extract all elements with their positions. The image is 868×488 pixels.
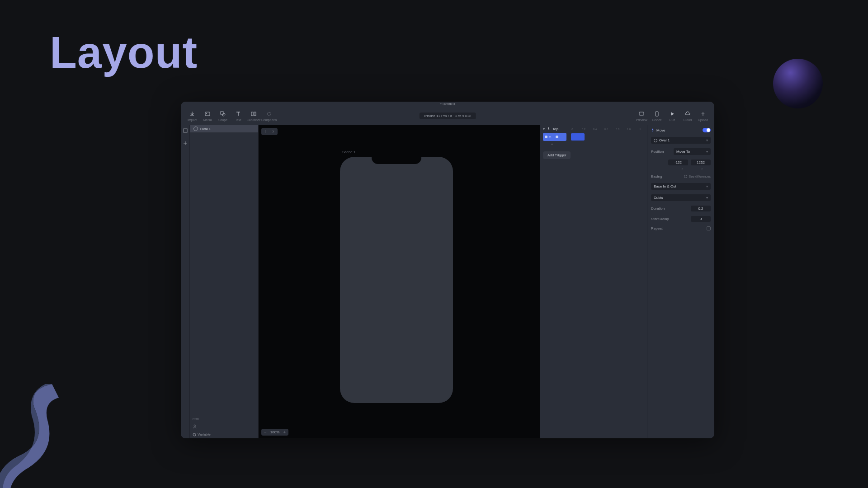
toolbar-devices-button[interactable]: Device	[649, 110, 665, 122]
delay-input[interactable]: 0	[691, 216, 711, 222]
repeat-checkbox[interactable]	[707, 226, 711, 230]
duration-label: Duration	[651, 206, 671, 211]
position-mode-select[interactable]: Move To ▾	[674, 148, 711, 155]
chevron-down-icon: ▾	[706, 138, 708, 142]
toolbar-upload-button[interactable]: Upload	[695, 110, 711, 122]
device-selector[interactable]: iPhone 11 Pro / X · 375 x 812	[420, 113, 476, 119]
layers-panel: Oval 1 0:30 Variable	[190, 125, 259, 438]
media-icon	[204, 110, 211, 117]
zoom-value[interactable]: 100%	[270, 430, 279, 434]
upload-icon	[699, 110, 707, 117]
toolbar-import-button[interactable]: Import	[184, 110, 200, 122]
svg-rect-7	[639, 112, 644, 115]
window-title: * Untitled	[181, 102, 714, 107]
oval-icon	[193, 127, 198, 131]
shape-icon	[219, 110, 226, 117]
rail-layers-button[interactable]	[183, 128, 188, 133]
timeline-object[interactable]: O…	[543, 133, 566, 141]
svg-point-11	[193, 433, 196, 436]
easing-style-select[interactable]: Cubic ▾	[651, 194, 711, 201]
chevron-down-icon: ▾	[706, 150, 708, 154]
trigger-label[interactable]: Tap	[552, 127, 558, 131]
layers-footer: 0:30 Variable	[190, 416, 258, 438]
toolbar: Import Media Shape Text Container Compon…	[181, 107, 714, 125]
move-icon	[651, 128, 655, 132]
timecode: 0:30	[193, 418, 255, 421]
position-label: Position	[651, 150, 671, 154]
container-icon	[250, 110, 257, 117]
easing-label: Easing	[651, 174, 671, 178]
zoom-control: − 100% +	[261, 429, 288, 436]
layers-icon	[183, 128, 188, 133]
decor-sphere	[773, 59, 823, 108]
page-title: Layout	[50, 27, 198, 78]
user-icon[interactable]	[193, 424, 197, 429]
action-toggle[interactable]	[703, 128, 711, 132]
easing-curve-select[interactable]: Ease In & Out ▾	[651, 183, 711, 190]
chevron-down-icon[interactable]: ▾	[543, 127, 545, 131]
position-y-input[interactable]: 1232	[691, 160, 711, 165]
see-differences-link[interactable]: See differences	[684, 175, 711, 178]
zoom-out-button[interactable]: −	[264, 430, 267, 435]
back-button[interactable]	[263, 129, 269, 134]
device-notch	[372, 157, 421, 164]
forward-button[interactable]	[270, 129, 276, 134]
svg-rect-6	[268, 113, 270, 115]
cloud-icon	[684, 110, 691, 117]
layer-item[interactable]: Oval 1	[190, 125, 258, 132]
timeline-clip[interactable]	[571, 133, 585, 141]
variable-label: Variable	[198, 432, 211, 436]
svg-point-1	[206, 113, 207, 114]
svg-point-3	[222, 113, 225, 116]
info-icon	[684, 175, 687, 178]
svg-rect-4	[251, 112, 253, 116]
target-select[interactable]: Oval 1 ▾	[651, 137, 711, 144]
toolbar-run-button[interactable]: Run	[665, 110, 680, 122]
canvas[interactable]: Scene 1 − 100% +	[259, 125, 540, 438]
toolbar-preview-button[interactable]: Preview	[634, 110, 649, 122]
layer-label: Oval 1	[200, 127, 211, 131]
inspector-panel: Move Oval 1 ▾ Position Move To ▾	[647, 125, 714, 438]
svg-rect-0	[205, 112, 210, 116]
variable-button[interactable]: Variable	[193, 432, 255, 436]
import-icon	[189, 110, 196, 117]
chevron-down-icon: ▾	[706, 196, 708, 200]
run-icon	[669, 110, 676, 117]
svg-point-12	[684, 175, 687, 178]
action-title: Move	[651, 128, 665, 132]
devices-icon	[653, 110, 660, 117]
component-icon	[265, 110, 273, 117]
delay-label: Start Delay	[651, 217, 671, 221]
decor-ribbon	[0, 380, 86, 488]
device-frame[interactable]	[340, 157, 453, 403]
svg-rect-5	[254, 112, 256, 116]
plus-icon	[183, 141, 188, 146]
timeline-ruler: 0 0.2 0.4 0.6 0.8 1.0 1	[568, 128, 644, 131]
chevron-down-icon: ▾	[706, 184, 708, 188]
position-x-input[interactable]: -122	[668, 160, 688, 165]
toolbar-container-button[interactable]: Container	[246, 110, 261, 122]
svg-rect-9	[184, 129, 187, 132]
gear-icon	[193, 433, 196, 436]
left-rail	[181, 125, 190, 438]
oval-icon	[545, 136, 547, 138]
app-window: * Untitled Import Media Shape Text Conta	[181, 102, 714, 438]
toolbar-shape-button[interactable]: Shape	[215, 110, 231, 122]
zoom-in-button[interactable]: +	[283, 430, 286, 435]
toolbar-component-button[interactable]: Componen	[261, 110, 277, 122]
keyframe-icon	[556, 136, 558, 138]
duration-input[interactable]: 0.2	[691, 206, 711, 211]
toolbar-cloud-button[interactable]: Cloud	[680, 110, 695, 122]
text-icon	[235, 110, 242, 117]
scene-label[interactable]: Scene 1	[342, 150, 355, 154]
history-nav	[261, 128, 278, 135]
svg-point-10	[194, 425, 196, 427]
tap-icon	[547, 127, 551, 131]
preview-icon	[638, 110, 645, 117]
svg-rect-8	[656, 112, 658, 116]
timeline-add-key[interactable]: +	[543, 143, 644, 146]
toolbar-text-button[interactable]: Text	[231, 110, 246, 122]
rail-add-button[interactable]	[183, 141, 188, 146]
add-trigger-button[interactable]: Add Trigger	[543, 151, 571, 159]
toolbar-media-button[interactable]: Media	[200, 110, 215, 122]
